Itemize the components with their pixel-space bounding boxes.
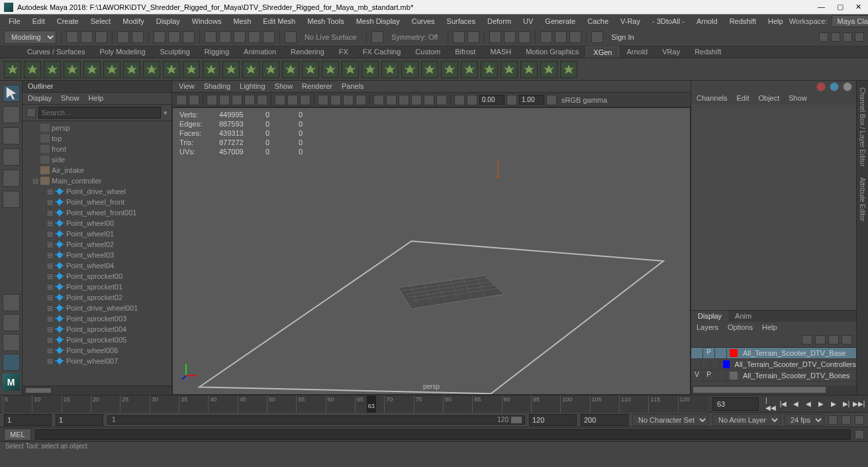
undo-icon[interactable] [117,31,129,43]
menu-mesh-tools[interactable]: Mesh Tools [301,16,350,26]
menu-file[interactable]: File [3,16,26,26]
shelf-tab-redshift[interactable]: Redshift [687,46,728,58]
snap-live-icon[interactable] [263,31,275,43]
menu-curves[interactable]: Curves [406,16,441,26]
shelf-button-25[interactable] [501,61,518,78]
isolate-icon[interactable] [373,95,384,105]
shelf-tab-mash[interactable]: MASH [483,46,518,58]
select-mode-icon[interactable] [154,31,166,43]
outliner-menu-display[interactable]: Display [28,94,52,103]
menu-help[interactable]: Help [762,16,789,26]
toggle-channel-box-icon[interactable] [831,32,840,42]
step-forward-key-icon[interactable]: ▶| [841,399,851,409]
layout-outliner-icon[interactable] [3,354,20,371]
shelf-button-4[interactable] [83,61,101,78]
shelf-button-1[interactable] [24,61,41,78]
outliner-item-point_wheel006[interactable]: ⊞Point_wheel006 [23,345,171,356]
set-key-icon[interactable] [842,415,851,425]
outliner-item-top[interactable]: top [23,133,171,144]
render-settings-icon[interactable] [518,31,530,43]
viewport-menu-panels[interactable]: Panels [342,82,364,91]
character-set-select[interactable]: No Character Set [632,414,708,426]
gamma-icon[interactable] [506,95,517,105]
play-back-icon[interactable]: ◀ [803,399,814,409]
shelf-button-8[interactable] [163,61,180,78]
range-end-outer[interactable] [581,414,628,426]
step-back-key-icon[interactable]: |◀ [778,399,789,409]
safe-action-icon[interactable] [287,95,298,105]
layer-new-empty-icon[interactable] [828,335,839,344]
current-time-field[interactable] [712,397,759,411]
outliner-item-point_drive_wheel001[interactable]: ⊞Point_drive_wheel001 [23,303,171,313]
shelf-button-3[interactable] [64,61,81,78]
redo-icon[interactable] [132,31,144,43]
shelf-tab-custom[interactable]: Custom [408,46,448,58]
ipr-icon[interactable] [504,31,516,43]
menu-modify[interactable]: Modify [117,16,150,26]
step-forward-icon[interactable]: ▶ [828,399,839,409]
history-off-icon[interactable] [467,31,479,43]
sign-in-label[interactable]: Sign In [606,33,639,41]
shelf-button-2[interactable] [44,61,61,78]
outliner-item-main_controller[interactable]: ⊟Main_controller [23,176,171,186]
menu-v-ray[interactable]: V-Ray [614,16,646,26]
shelf-button-12[interactable] [242,61,260,78]
film-gate-icon[interactable] [232,95,242,105]
menu-select[interactable]: Select [85,16,117,26]
outliner-item-point_sprocket02[interactable]: ⊞Point_sprocket02 [23,292,171,303]
channelbox-menu-object[interactable]: Object [758,94,779,103]
gate-mask-icon[interactable] [257,95,267,105]
menu-generate[interactable]: Generate [539,16,581,26]
go-start-icon[interactable]: |◀◀ [765,399,776,409]
shelf-button-14[interactable] [282,61,299,78]
menu-edit[interactable]: Edit [26,16,51,26]
layer-row-all_terrain_scooter_dtv_controllers[interactable]: All_Terrain_Scooter_DTV_Controllers [691,359,856,370]
gamma-field[interactable] [519,95,544,105]
shelf-button-19[interactable] [381,61,399,78]
shelf-tab-xgen[interactable]: XGen [586,46,619,58]
shelf-button-6[interactable] [123,61,140,78]
outliner-item-air_intake[interactable]: Air_intake [23,165,171,176]
shadows-icon[interactable] [356,95,366,105]
outliner-item-point_sprocket005[interactable]: ⊞Point_sprocket005 [23,335,171,345]
menu-windows[interactable]: Windows [186,16,228,26]
move-tool[interactable] [3,148,20,166]
search-icon[interactable] [26,108,36,117]
close-button[interactable]: ✕ [855,3,861,11]
image-plane-icon[interactable] [219,95,230,105]
menu-redshift[interactable]: Redshift [724,16,762,26]
shelf-button-20[interactable] [401,61,418,78]
layer-move-up-icon[interactable] [802,335,812,344]
shelf-tab-vray[interactable]: VRay [655,46,687,58]
range-end-inner[interactable] [529,414,577,426]
xray-joints-icon[interactable] [399,95,409,105]
time-ruler[interactable]: 5101520253035404550556065707580859095100… [3,395,707,413]
outliner-item-front[interactable]: front [23,144,171,154]
screen-space-ao-icon[interactable] [411,95,422,105]
layer-new-selected-icon[interactable] [842,335,852,344]
channelbox-menu-show[interactable]: Show [789,94,807,103]
outliner-item-point_wheel007[interactable]: ⊞Point_wheel007 [23,356,171,366]
maximize-button[interactable]: ▢ [837,3,844,11]
render-frame-icon[interactable] [489,31,501,43]
right-tab-channel-box-layer-editor[interactable]: Channel Box / Layer Editor [857,83,867,171]
outliner-item-point_sprocket01[interactable]: ⊞Point_sprocket01 [23,282,171,292]
layer-menu-options[interactable]: Options [728,323,753,333]
shelf-tab-motion-graphics[interactable]: Motion Graphics [518,46,586,58]
search-dropdown-icon[interactable]: ▾ [164,109,168,117]
outliner-item-point_drive_wheel[interactable]: ⊞Point_drive_wheel [23,186,171,197]
menu-display[interactable]: Display [150,16,186,26]
outliner-item-point_wheel03[interactable]: ⊞Point_wheel03 [23,250,171,260]
shelf-button-21[interactable] [421,61,438,78]
outliner-scrollbar[interactable] [23,386,171,395]
toggle-tool-settings-icon[interactable] [843,32,852,42]
layer-scrollbar[interactable] [691,386,856,395]
shelf-button-24[interactable] [481,61,498,78]
layout-four-icon[interactable] [3,314,20,331]
viewport-menu-view[interactable]: View [179,82,195,91]
script-editor-icon[interactable] [855,430,864,439]
shelf-button-0[interactable] [4,61,21,78]
outliner-item-point_wheel_front[interactable]: ⊞Point_wheel_front [23,197,171,207]
outliner-item-point_wheel04[interactable]: ⊞Point_wheel04 [23,260,171,271]
viewport-3d[interactable]: Verts:44999500Edges:88759300Faces:439313… [172,107,691,395]
